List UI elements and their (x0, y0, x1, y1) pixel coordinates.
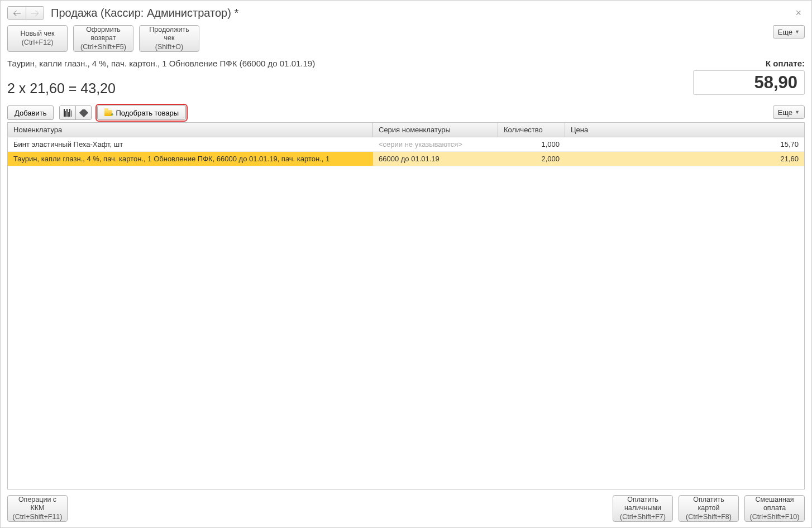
continue-receipt-button[interactable]: Продолжить чек (Shift+O) (139, 25, 199, 52)
pay-cash-shortcut: (Ctrl+Shift+F7) (620, 513, 666, 522)
kkm-shortcut: (Ctrl+Shift+F11) (13, 513, 63, 522)
table-row[interactable]: Бинт эластичный Пеха-Хафт, шт<серии не у… (8, 137, 804, 152)
barcode-button[interactable] (60, 106, 75, 119)
pay-mixed-label-2: оплата (763, 504, 786, 513)
issue-return-button[interactable]: Оформить возврат (Ctrl+Shift+F5) (73, 25, 133, 52)
pay-card-label-2: картой (698, 504, 720, 513)
chevron-down-icon: ▼ (795, 29, 800, 35)
pay-mixed-shortcut: (Ctrl+Shift+F10) (750, 513, 800, 522)
cell-quantity: 2,000 (498, 152, 565, 166)
col-series[interactable]: Серия номенклатуры (373, 123, 498, 137)
tag-button[interactable] (75, 106, 91, 119)
close-icon[interactable]: × (792, 7, 805, 19)
pay-cash-button[interactable]: Оплатить наличными (Ctrl+Shift+F7) (613, 495, 673, 522)
grid-body: Бинт эластичный Пеха-Хафт, шт<серии не у… (8, 137, 804, 489)
col-nomenclature[interactable]: Номенклатура (8, 123, 373, 137)
current-product-line: Таурин, капли глазн., 4 %, пач. картон.,… (7, 59, 693, 68)
payment-total: 58,90 (693, 70, 805, 95)
pos-sale-window: 🡠 🡢 Продажа (Кассир: Администратор) * × … (0, 0, 812, 528)
pick-goods-button[interactable]: Подобрать товары (97, 105, 186, 120)
items-grid: Номенклатура Серия номенклатуры Количест… (7, 122, 805, 489)
kkm-label-1: Операции с (18, 496, 56, 505)
pay-card-label-1: Оплатить (693, 496, 724, 505)
new-receipt-button[interactable]: Новый чек (Ctrl+F12) (7, 25, 68, 52)
kkm-label-2: ККМ (31, 504, 45, 513)
grid-header: Номенклатура Серия номенклатуры Количест… (8, 123, 804, 137)
top-button-row: Новый чек (Ctrl+F12) Оформить возврат (C… (7, 25, 805, 52)
nav-forward-button[interactable]: 🡢 (26, 7, 44, 19)
table-row[interactable]: Таурин, капли глазн., 4 %, пач. картон.,… (8, 152, 804, 166)
footer-buttons: Операции с ККМ (Ctrl+Shift+F11) Оплатить… (7, 495, 805, 522)
more-button-grid[interactable]: Еще ▼ (773, 105, 805, 119)
issue-return-shortcut: (Ctrl+Shift+F5) (80, 43, 126, 52)
pay-card-shortcut: (Ctrl+Shift+F8) (686, 513, 732, 522)
info-left: Таурин, капли глазн., 4 %, пач. картон.,… (7, 59, 693, 97)
nav-buttons: 🡠 🡢 (7, 6, 44, 20)
more-button-top[interactable]: Еще ▼ (773, 25, 805, 39)
more-button-top-label: Еще (778, 28, 792, 36)
cell-nomenclature: Таурин, капли глазн., 4 %, пач. картон.,… (8, 152, 373, 166)
kkm-operations-button[interactable]: Операции с ККМ (Ctrl+Shift+F11) (7, 495, 68, 522)
titlebar: 🡠 🡢 Продажа (Кассир: Администратор) * × (7, 6, 805, 20)
pick-goods-label: Подобрать товары (116, 109, 179, 117)
pay-cash-label-1: Оплатить (627, 496, 658, 505)
cell-nomenclature: Бинт эластичный Пеха-Хафт, шт (8, 137, 373, 151)
new-receipt-label: Новый чек (21, 30, 55, 39)
pay-mixed-label-1: Смешанная (755, 496, 794, 505)
cell-series: <серии не указываются> (373, 137, 498, 151)
pay-cash-label-2: наличными (624, 504, 661, 513)
cell-price: 15,70 (565, 137, 804, 151)
barcode-icon (64, 109, 71, 117)
icon-button-group (59, 105, 92, 120)
col-quantity[interactable]: Количество (498, 123, 565, 137)
col-price[interactable]: Цена (565, 123, 804, 137)
pay-card-button[interactable]: Оплатить картой (Ctrl+Shift+F8) (679, 495, 739, 522)
cell-price: 21,60 (565, 152, 804, 166)
more-button-grid-label: Еще (778, 108, 792, 117)
new-receipt-shortcut: (Ctrl+F12) (22, 39, 54, 47)
tag-icon (79, 108, 88, 118)
issue-return-label-2: возврат (90, 34, 116, 43)
cell-series: 66000 до 01.01.19 (373, 152, 498, 166)
cell-quantity: 1,000 (498, 137, 565, 151)
payment-block: К оплате: 58,90 (693, 59, 805, 95)
nav-back-button[interactable]: 🡠 (8, 7, 26, 19)
continue-receipt-shortcut: (Shift+O) (155, 43, 183, 52)
grid-toolbar: Добавить Подобрать товары Еще ▼ (7, 105, 805, 120)
chevron-down-icon: ▼ (795, 109, 800, 115)
page-title: Продажа (Кассир: Администратор) * (51, 7, 238, 20)
payment-label: К оплате: (693, 59, 805, 68)
continue-receipt-label-2: чек (164, 34, 175, 43)
continue-receipt-label-1: Продолжить (149, 26, 189, 35)
info-row: Таурин, капли глазн., 4 %, пач. картон.,… (7, 59, 805, 97)
add-button[interactable]: Добавить (7, 105, 54, 120)
calculation-line: 2 х 21,60 = 43,20 (7, 80, 693, 97)
issue-return-label-1: Оформить (86, 26, 121, 35)
pay-mixed-button[interactable]: Смешанная оплата (Ctrl+Shift+F10) (744, 495, 805, 522)
folder-add-icon (104, 110, 112, 116)
